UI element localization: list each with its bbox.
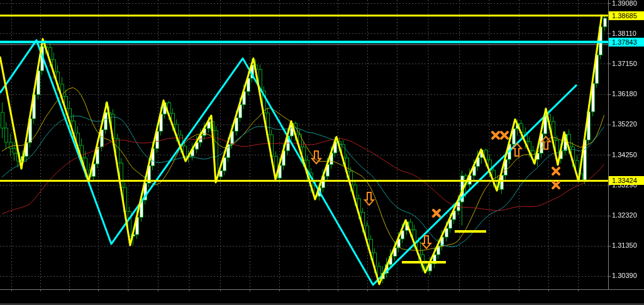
price-level-badge: 1.33424 bbox=[609, 176, 644, 185]
price-tick-label: 1.38110 bbox=[612, 30, 636, 38]
price-tick-label: 1.30390 bbox=[612, 272, 637, 280]
price-chart-window: 1.390801.381101.371501.361801.352201.342… bbox=[0, 0, 644, 305]
time-axis[interactable]: 23 Jun 202515 Jul 20256 Aug 202528 Aug 2… bbox=[0, 290, 644, 305]
price-tick-label: 1.36180 bbox=[612, 90, 637, 98]
price-tick-label: 1.37150 bbox=[612, 60, 637, 68]
price-tick-label: 1.34250 bbox=[612, 151, 637, 159]
price-tick-label: 1.35220 bbox=[612, 120, 637, 128]
price-tick-label: 1.31350 bbox=[612, 241, 637, 250]
price-level-badge: 1.37843 bbox=[609, 38, 644, 47]
price-tick-label: 1.39080 bbox=[612, 0, 637, 8]
chart-plot-canvas[interactable] bbox=[0, 0, 644, 305]
price-level-badge: 1.38685 bbox=[609, 11, 644, 20]
price-tick-label: 1.32320 bbox=[612, 211, 637, 219]
